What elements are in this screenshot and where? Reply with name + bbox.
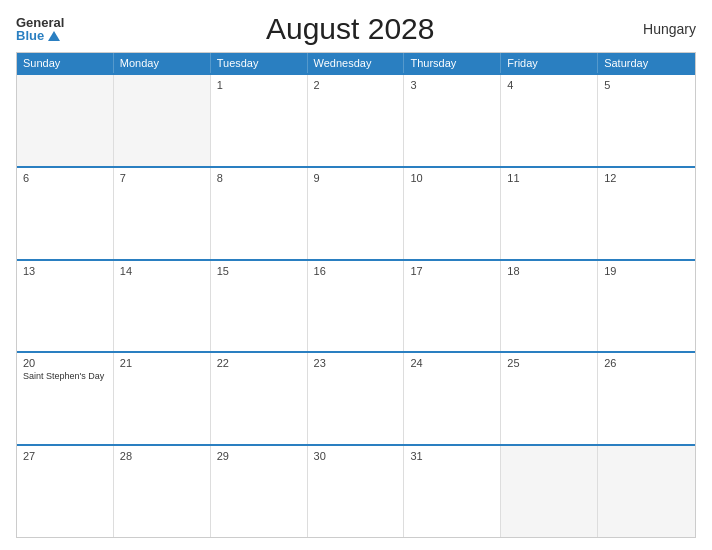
header: General Blue August 2028 Hungary bbox=[16, 12, 696, 46]
day-number: 26 bbox=[604, 357, 689, 369]
logo: General Blue bbox=[16, 16, 64, 42]
day-number: 17 bbox=[410, 265, 494, 277]
day-cell: 18 bbox=[501, 261, 598, 352]
day-cell bbox=[114, 75, 211, 166]
calendar-grid: SundayMondayTuesdayWednesdayThursdayFrid… bbox=[16, 52, 696, 538]
day-cell bbox=[17, 75, 114, 166]
day-cell: 17 bbox=[404, 261, 501, 352]
week-row-2: 6789101112 bbox=[17, 166, 695, 259]
logo-triangle-icon bbox=[48, 31, 60, 41]
day-number: 9 bbox=[314, 172, 398, 184]
day-number: 5 bbox=[604, 79, 689, 91]
day-cell bbox=[501, 446, 598, 537]
day-number: 29 bbox=[217, 450, 301, 462]
day-cell: 11 bbox=[501, 168, 598, 259]
day-number: 30 bbox=[314, 450, 398, 462]
day-cell: 27 bbox=[17, 446, 114, 537]
day-header-tuesday: Tuesday bbox=[211, 53, 308, 73]
day-cell: 28 bbox=[114, 446, 211, 537]
day-cell: 8 bbox=[211, 168, 308, 259]
country-label: Hungary bbox=[636, 21, 696, 37]
day-cell: 4 bbox=[501, 75, 598, 166]
day-cell: 21 bbox=[114, 353, 211, 444]
day-number: 23 bbox=[314, 357, 398, 369]
day-cell: 3 bbox=[404, 75, 501, 166]
day-cell: 26 bbox=[598, 353, 695, 444]
day-number: 21 bbox=[120, 357, 204, 369]
day-number: 24 bbox=[410, 357, 494, 369]
day-cell: 5 bbox=[598, 75, 695, 166]
weeks-container: 1234567891011121314151617181920Saint Ste… bbox=[17, 73, 695, 537]
day-number: 20 bbox=[23, 357, 107, 369]
day-cell: 31 bbox=[404, 446, 501, 537]
day-header-wednesday: Wednesday bbox=[308, 53, 405, 73]
day-cell: 25 bbox=[501, 353, 598, 444]
day-number: 4 bbox=[507, 79, 591, 91]
day-number: 31 bbox=[410, 450, 494, 462]
day-header-sunday: Sunday bbox=[17, 53, 114, 73]
day-event: Saint Stephen's Day bbox=[23, 371, 107, 382]
day-number: 14 bbox=[120, 265, 204, 277]
week-row-5: 2728293031 bbox=[17, 444, 695, 537]
day-number: 8 bbox=[217, 172, 301, 184]
week-row-4: 20Saint Stephen's Day212223242526 bbox=[17, 351, 695, 444]
day-header-friday: Friday bbox=[501, 53, 598, 73]
day-cell: 1 bbox=[211, 75, 308, 166]
day-number: 1 bbox=[217, 79, 301, 91]
day-number: 19 bbox=[604, 265, 689, 277]
day-cell: 6 bbox=[17, 168, 114, 259]
day-header-monday: Monday bbox=[114, 53, 211, 73]
day-cell: 22 bbox=[211, 353, 308, 444]
day-cell bbox=[598, 446, 695, 537]
logo-blue-text: Blue bbox=[16, 29, 60, 42]
calendar-page: General Blue August 2028 Hungary SundayM… bbox=[0, 0, 712, 550]
day-header-saturday: Saturday bbox=[598, 53, 695, 73]
day-number: 3 bbox=[410, 79, 494, 91]
day-cell: 23 bbox=[308, 353, 405, 444]
day-headers-row: SundayMondayTuesdayWednesdayThursdayFrid… bbox=[17, 53, 695, 73]
week-row-1: 12345 bbox=[17, 73, 695, 166]
day-cell: 29 bbox=[211, 446, 308, 537]
day-number: 28 bbox=[120, 450, 204, 462]
day-number: 2 bbox=[314, 79, 398, 91]
day-cell: 20Saint Stephen's Day bbox=[17, 353, 114, 444]
day-number: 13 bbox=[23, 265, 107, 277]
day-cell: 19 bbox=[598, 261, 695, 352]
calendar-title: August 2028 bbox=[64, 12, 636, 46]
day-cell: 16 bbox=[308, 261, 405, 352]
day-cell: 30 bbox=[308, 446, 405, 537]
day-cell: 12 bbox=[598, 168, 695, 259]
day-header-thursday: Thursday bbox=[404, 53, 501, 73]
day-number: 12 bbox=[604, 172, 689, 184]
day-number: 16 bbox=[314, 265, 398, 277]
day-cell: 15 bbox=[211, 261, 308, 352]
week-row-3: 13141516171819 bbox=[17, 259, 695, 352]
day-cell: 7 bbox=[114, 168, 211, 259]
day-number: 22 bbox=[217, 357, 301, 369]
day-cell: 13 bbox=[17, 261, 114, 352]
day-number: 27 bbox=[23, 450, 107, 462]
day-cell: 10 bbox=[404, 168, 501, 259]
day-cell: 24 bbox=[404, 353, 501, 444]
day-number: 11 bbox=[507, 172, 591, 184]
day-cell: 9 bbox=[308, 168, 405, 259]
day-number: 10 bbox=[410, 172, 494, 184]
day-cell: 14 bbox=[114, 261, 211, 352]
day-number: 18 bbox=[507, 265, 591, 277]
day-cell: 2 bbox=[308, 75, 405, 166]
day-number: 15 bbox=[217, 265, 301, 277]
day-number: 6 bbox=[23, 172, 107, 184]
day-number: 25 bbox=[507, 357, 591, 369]
day-number: 7 bbox=[120, 172, 204, 184]
